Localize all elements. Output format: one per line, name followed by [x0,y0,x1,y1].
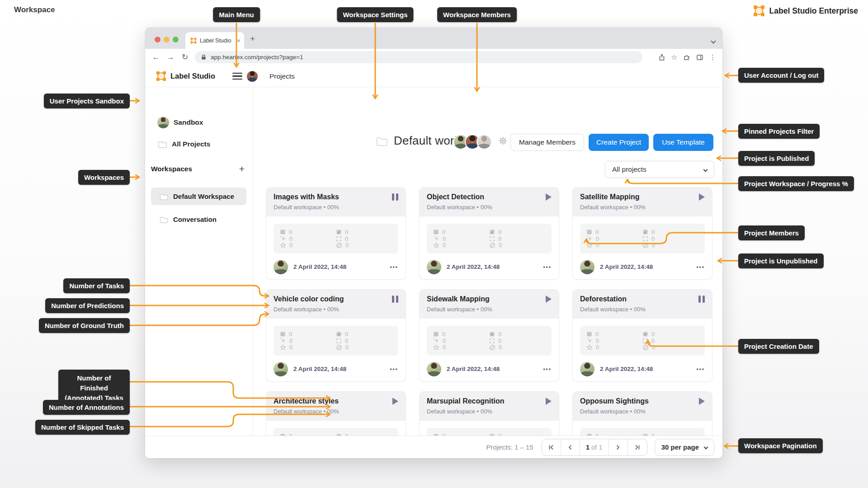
previous-page-button[interactable] [561,439,580,455]
sandbox-user-avatar [157,117,169,128]
lock-icon [200,54,207,61]
share-icon[interactable] [658,54,665,61]
sidebar-workspace-item[interactable]: Conversation [151,211,246,228]
finished-tasks-checkbox-icon [489,331,495,337]
back-button[interactable]: ← [149,53,163,62]
window-minimize-button[interactable] [164,37,170,42]
predictions-sparkle-icon [433,338,439,344]
project-menu-button[interactable]: ••• [696,264,705,270]
callout-workspace-members: Workspace Members [437,7,517,22]
project-member-avatar [427,260,441,274]
finished-tasks-count: 0 [345,229,348,235]
finished-tasks-checkbox-icon [642,229,648,235]
project-menu-button[interactable]: ••• [696,366,705,372]
manage-members-button[interactable]: Manage Members [510,134,584,151]
callout-project-creation-date: Project Creation Date [738,339,819,354]
tab-list-chevron-icon[interactable] [712,37,715,45]
use-template-button[interactable]: Use Template [653,134,713,151]
browser-tab[interactable]: Label Studio × [185,32,244,49]
predictions-sparkle-icon [280,338,286,344]
callout-workspace-settings: Workspace Settings [337,7,413,22]
callout-project-is-published: Project is Published [738,151,815,166]
finished-tasks-checkbox-icon [489,229,495,235]
finished-tasks-count: 0 [498,229,501,235]
tasks-count: 0 [595,331,599,338]
all-projects-label: All Projects [172,140,210,148]
window-close-button[interactable] [155,37,160,42]
project-title: Marsupial Recognition [427,397,546,405]
workspace-item-label: Conversation [173,216,217,223]
project-card[interactable]: Deforestation Default workspace • 00% 0 … [572,289,712,382]
project-card[interactable]: Sidewalk Mapping Default workspace • 00%… [419,289,559,382]
project-published-play-icon [546,296,552,303]
tasks-icon [280,331,286,337]
next-page-button[interactable] [609,439,628,455]
annotations-selection-icon [489,236,495,242]
project-card-header: Architecture styles Default workspace • … [266,392,406,421]
project-menu-button[interactable]: ••• [390,366,398,372]
predictions-sparkle-icon [280,235,286,242]
ground-truth-star-icon [280,344,286,351]
create-project-button[interactable]: Create Project [589,134,649,151]
ground-truth-star-icon [586,242,593,249]
project-workspace-progress: Default workspace • 00% [274,204,398,211]
callout-project-members: Project Members [738,225,805,240]
sidebar-item-all-projects[interactable]: All Projects [145,137,253,151]
workspace-member-avatars[interactable] [453,134,492,150]
user-account-avatar[interactable] [247,71,258,82]
main-menu-hamburger-icon[interactable] [232,71,242,81]
project-card-footer: 2 April 2022, 14:48 ••• [274,356,398,382]
project-member-avatar [580,260,594,274]
project-workspace-progress: Default workspace • 00% [580,408,705,415]
project-card-header: Vehicle color coding Default workspace •… [266,290,406,319]
project-creation-date: 2 April 2022, 14:48 [447,263,500,270]
project-card[interactable]: Satellite Mapping Default workspace • 00… [572,187,712,280]
project-stats: 0 0 0 0 0 0 [427,326,552,356]
callout-user-projects-sandbox: User Projects Sandbox [44,94,130,108]
bookmark-star-icon[interactable]: ☆ [671,53,677,61]
annotations-selection-icon [336,338,342,344]
ground-truth-count: 0 [443,344,446,351]
project-unpublished-pause-icon [392,193,398,201]
add-workspace-button[interactable]: + [239,164,245,174]
extensions-puzzle-icon[interactable] [683,54,690,61]
predictions-sparkle-icon [433,235,439,242]
projects-count-summary: Projects: 1 – 15 [486,443,533,451]
browser-menu-icon[interactable]: ⋮ [709,53,716,61]
project-stats: 0 0 0 0 0 0 [580,326,705,356]
folder-icon [159,215,168,224]
side-panel-icon[interactable] [696,54,703,61]
project-menu-button[interactable]: ••• [543,366,552,372]
project-card-header: Opposum Sightings Default workspace • 00… [573,392,712,421]
tasks-count: 0 [442,331,445,338]
new-tab-button[interactable]: + [250,34,255,44]
sidebar-item-sandbox[interactable]: Sandbox [145,115,253,130]
project-creation-date: 2 April 2022, 14:48 [447,366,500,372]
project-creation-date: 2 April 2022, 14:48 [600,366,653,372]
pinned-projects-filter[interactable]: All projects [605,161,714,178]
ground-truth-star-icon [433,344,439,351]
project-card[interactable]: Object Detection Default workspace • 00%… [419,187,559,280]
tab-close-icon[interactable]: × [237,37,241,44]
project-card[interactable]: Images with Masks Default workspace • 00… [266,187,406,280]
window-zoom-button[interactable] [173,37,179,42]
finished-tasks-count: 0 [498,331,501,338]
sandbox-label: Sandbox [174,118,203,127]
reload-button[interactable]: ↻ [178,52,192,62]
address-bar[interactable]: app.heartex.com/projects?page=1 [195,51,642,63]
per-page-dropdown[interactable]: 30 per page [655,439,714,456]
last-page-button[interactable] [628,439,647,455]
project-card[interactable]: Vehicle color coding Default workspace •… [266,289,406,382]
project-menu-button[interactable]: ••• [543,264,552,270]
sidebar-workspace-item[interactable]: Default Workspace [151,188,246,205]
skipped-tasks-icon [336,344,342,351]
forward-button[interactable]: → [163,53,178,62]
project-title: Object Detection [427,193,546,201]
annotations-selection-icon [489,338,495,344]
project-menu-button[interactable]: ••• [390,264,398,270]
browser-window: Label Studio × + ← → ↻ app.heartex.com/p… [145,28,722,458]
predictions-count: 0 [443,338,446,344]
workspace-settings-gear-icon[interactable] [498,136,508,146]
first-page-button[interactable] [542,439,561,455]
project-member-avatar [580,362,594,376]
